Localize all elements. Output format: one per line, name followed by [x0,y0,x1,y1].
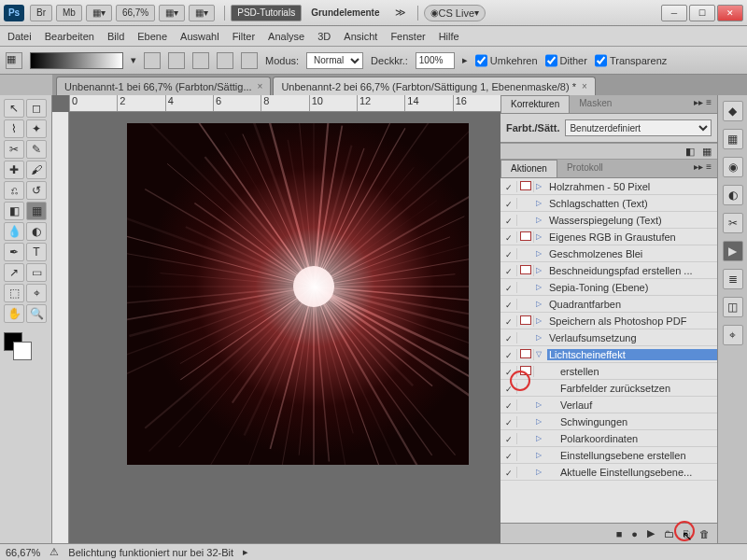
document-tab[interactable]: Unbenannt-2 bei 66,7% (Farbton/Sättigung… [273,77,595,95]
menu-3d[interactable]: 3D [317,31,331,42]
eraser-tool[interactable]: ◧ [4,202,24,220]
expand-icon[interactable]: ▽ [536,350,545,358]
action-toggle[interactable] [500,198,517,209]
expand-icon[interactable]: ▷ [536,216,545,224]
expand-icon[interactable]: ▷ [536,316,545,325]
action-row[interactable]: ▷Holzrahmen - 50 Pixel [500,178,717,195]
eyedropper-tool[interactable]: ✎ [26,140,47,159]
close-button[interactable]: ✕ [717,5,743,21]
actions-flyout-icon[interactable]: ▸▸ ≡ [688,160,717,177]
play-button[interactable]: ▶ [647,527,655,539]
action-row[interactable]: ▷Verlaufsumsetzung [500,329,717,346]
workspace2-label[interactable]: Grundelemente [305,5,385,21]
expand-icon[interactable]: ▷ [536,417,545,426]
dock-adjust-icon[interactable]: ◐ [723,185,743,205]
path-tool[interactable]: ↗ [4,263,24,282]
action-toggle[interactable] [500,299,517,310]
stamp-tool[interactable]: ⎌ [4,181,24,200]
opacity-flyout-icon[interactable]: ▸ [462,54,468,66]
transparency-checkbox[interactable]: Transparenz [595,52,667,69]
expand-icon[interactable]: ▷ [536,249,545,258]
tab-close-icon[interactable]: × [582,81,587,91]
more-icon[interactable]: ≫ [395,7,406,19]
action-toggle[interactable] [500,349,517,360]
action-toggle[interactable] [500,433,517,444]
action-toggle[interactable] [500,315,517,327]
action-toggle[interactable] [500,231,517,243]
record-button[interactable]: ● [631,528,638,539]
minimize-button[interactable]: ─ [661,5,687,21]
dither-checkbox[interactable]: Dither [545,52,587,69]
blur-tool[interactable]: 💧 [4,222,24,241]
action-row[interactable]: ▷Speichern als Photoshop PDF [500,313,717,329]
arrange-button[interactable]: ▦▾ [189,5,215,21]
menu-filter[interactable]: Filter [233,31,255,42]
action-row[interactable]: ▷Geschmolzenes Blei [500,245,717,262]
adj-icon[interactable]: ◧ [685,146,695,157]
expand-icon[interactable]: ▷ [536,199,545,207]
adj-icon2[interactable]: ▦ [702,146,712,157]
tab-close-icon[interactable]: × [258,81,263,91]
gradient-dropdown-icon[interactable]: ▾ [131,54,136,66]
action-row[interactable]: ▷Polarkoordinaten [500,430,717,447]
action-toggle[interactable] [500,416,517,427]
view-extras-button[interactable]: ▦▾ [159,5,185,21]
menu-analyse[interactable]: Analyse [268,31,304,42]
dock-layers-icon[interactable]: ≣ [723,269,743,289]
gradient-tool[interactable]: ▦ [26,202,47,220]
action-toggle[interactable] [500,399,517,411]
expand-icon[interactable]: ▷ [536,333,545,342]
action-dialog-toggle[interactable] [517,366,534,377]
expand-icon[interactable]: ▷ [536,400,545,409]
dock-channels-icon[interactable]: ◫ [723,297,743,317]
brush-tool[interactable]: 🖌 [26,161,47,179]
expand-icon[interactable]: ▷ [536,434,545,442]
document-tab[interactable]: Unbenannt-1 bei 66,7% (Farbton/Sättig...… [56,77,271,95]
action-toggle[interactable] [500,248,517,259]
action-row[interactable]: ▷Einstellungsebene erstellen [500,447,717,464]
action-row[interactable]: ▷Schwingungen [500,413,717,430]
menu-auswahl[interactable]: Auswahl [180,31,219,42]
delete-button[interactable]: 🗑 [699,528,710,539]
mode-select[interactable]: Normal [306,52,363,69]
action-row[interactable]: erstellen [500,363,717,380]
lasso-tool[interactable]: ⌇ [4,119,24,138]
camera-tool[interactable]: ⌖ [26,284,47,302]
menu-bild[interactable]: Bild [107,31,124,42]
action-toggle[interactable] [500,332,517,343]
menu-datei[interactable]: Datei [7,31,32,42]
bridge-button[interactable]: Br [30,5,52,21]
action-dialog-toggle[interactable] [517,265,534,276]
status-arrow-icon[interactable]: ▸ [243,546,248,558]
screen-mode-button[interactable]: ▦▾ [86,5,112,21]
diamond-gradient-button[interactable] [241,52,258,69]
move-tool[interactable]: ↖ [4,99,24,118]
expand-icon[interactable]: ▷ [536,283,545,291]
reflected-gradient-button[interactable] [217,52,233,69]
gradient-preview[interactable] [30,52,123,69]
dock-crop-icon[interactable]: ✂ [723,213,743,233]
action-dialog-toggle[interactable] [517,181,534,192]
expand-icon[interactable]: ▷ [536,468,545,476]
new-action-button[interactable]: ⎘ [684,528,690,539]
action-dialog-toggle[interactable] [517,349,534,360]
minibridge-button[interactable]: Mb [56,5,82,21]
workspace-button[interactable]: PSD-Tutorials [231,5,302,21]
dock-paths-icon[interactable]: ⌖ [723,325,743,345]
expand-icon[interactable]: ▷ [536,266,545,274]
tab-korrekturen[interactable]: Korrekturen [500,95,570,113]
tool-preset-button[interactable]: ▦ [6,52,22,69]
menu-ansicht[interactable]: Ansicht [344,31,377,42]
action-toggle[interactable] [500,265,517,276]
action-toggle[interactable] [500,181,517,192]
background-swatch[interactable] [13,342,32,360]
dock-styles-icon[interactable]: ◉ [723,157,743,177]
action-toggle[interactable] [500,282,517,293]
panel-flyout-icon[interactable]: ▸▸ ≡ [688,95,717,113]
action-row[interactable]: ▷Eigenes RGB in Graustufen [500,229,717,245]
action-toggle[interactable] [500,215,517,226]
dock-play-icon[interactable]: ▶ [723,241,743,261]
marquee-tool[interactable]: ◻ [26,99,47,118]
crop-tool[interactable]: ✂ [4,140,24,159]
action-toggle[interactable] [500,366,517,377]
